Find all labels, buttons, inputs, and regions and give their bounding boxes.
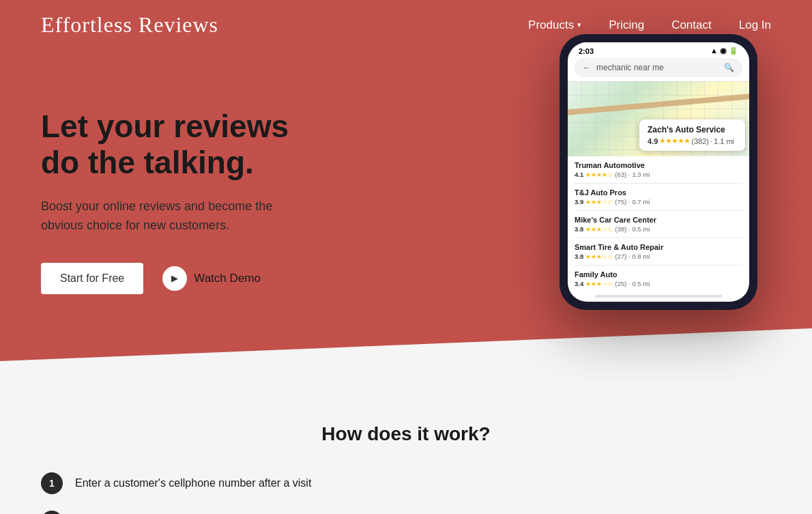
hero-subtitle: Boost your online reviews and become the… bbox=[41, 197, 314, 235]
highlight-stars: ★★★★★ bbox=[659, 137, 690, 145]
step-text-2: A text message asks them to rate their e… bbox=[75, 511, 317, 514]
back-icon: ← bbox=[583, 63, 591, 72]
chevron-down-icon: ▾ bbox=[577, 20, 581, 29]
list-item: T&J Auto Pros 3.9 ★★★☆☆ (75) · 0.7 mi bbox=[575, 184, 742, 211]
list-item: Smart Tire & Auto Repair 3.8 ★★★☆☆ (27) … bbox=[575, 238, 742, 266]
play-icon: ▶ bbox=[162, 266, 187, 291]
phone-frame: 2:03 ▲ ◉ 🔋 ← mechanic near me 🔍 Zach's A… bbox=[560, 34, 757, 310]
lower-section: How does it work? 1 Enter a customer's c… bbox=[0, 382, 812, 514]
watch-demo-button[interactable]: ▶ Watch Demo bbox=[162, 266, 261, 291]
list-item: Truman Automotive 4.1 ★★★★☆ (63) · 1.3 m… bbox=[575, 156, 742, 184]
brand-logo[interactable]: Effortless Reviews bbox=[41, 12, 218, 38]
highlight-card: Zach's Auto Service 4.9 ★★★★★ (382) · 1.… bbox=[639, 119, 745, 151]
navbar: Effortless Reviews Products ▾ Pricing Co… bbox=[0, 0, 812, 50]
phone-search-bar: ← mechanic near me 🔍 bbox=[575, 58, 742, 77]
nav-pricing[interactable]: Pricing bbox=[609, 18, 644, 31]
steps-list: 1 Enter a customer's cellphone number af… bbox=[41, 472, 396, 514]
hero-title: Let your reviews do the talking. bbox=[41, 109, 396, 181]
highlight-stars-row: 4.9 ★★★★★ (382) · 1.1 mi bbox=[648, 137, 737, 145]
nav-products[interactable]: Products ▾ bbox=[528, 18, 581, 32]
nav-links: Products ▾ Pricing Contact Log In bbox=[528, 18, 771, 32]
step-badge-1: 1 bbox=[41, 472, 63, 494]
list-item: Mike's Car Care Center 3.8 ★★★☆☆ (38) · … bbox=[575, 211, 742, 238]
phone-map: Zach's Auto Service 4.9 ★★★★★ (382) · 1.… bbox=[568, 81, 749, 156]
how-it-works-title: How does it work? bbox=[41, 423, 771, 445]
hero-buttons: Start for Free ▶ Watch Demo bbox=[41, 263, 396, 294]
step-item: 1 Enter a customer's cellphone number af… bbox=[41, 472, 396, 494]
nav-login[interactable]: Log In bbox=[739, 18, 771, 31]
step-badge-2: 2 bbox=[41, 511, 63, 514]
phone-screen: 2:03 ▲ ◉ 🔋 ← mechanic near me 🔍 Zach's A… bbox=[568, 42, 749, 302]
hero-diagonal bbox=[0, 328, 812, 382]
scrollbar bbox=[595, 295, 722, 298]
hero-section: Let your reviews do the talking. Boost y… bbox=[0, 0, 812, 382]
search-icon: 🔍 bbox=[724, 63, 734, 72]
phone-business-list: Truman Automotive 4.1 ★★★★☆ (63) · 1.3 m… bbox=[568, 156, 749, 292]
nav-contact[interactable]: Contact bbox=[671, 18, 712, 31]
phone-mockup: 2:03 ▲ ◉ 🔋 ← mechanic near me 🔍 Zach's A… bbox=[560, 34, 757, 310]
start-free-button[interactable]: Start for Free bbox=[41, 263, 143, 294]
step-text-1: Enter a customer's cellphone number afte… bbox=[75, 472, 311, 491]
hero-content: Let your reviews do the talking. Boost y… bbox=[41, 109, 396, 294]
list-item: Family Auto 3.4 ★★★☆☆ (25) · 0.5 mi bbox=[575, 266, 742, 292]
step-item: 2 A text message asks them to rate their… bbox=[41, 511, 396, 514]
